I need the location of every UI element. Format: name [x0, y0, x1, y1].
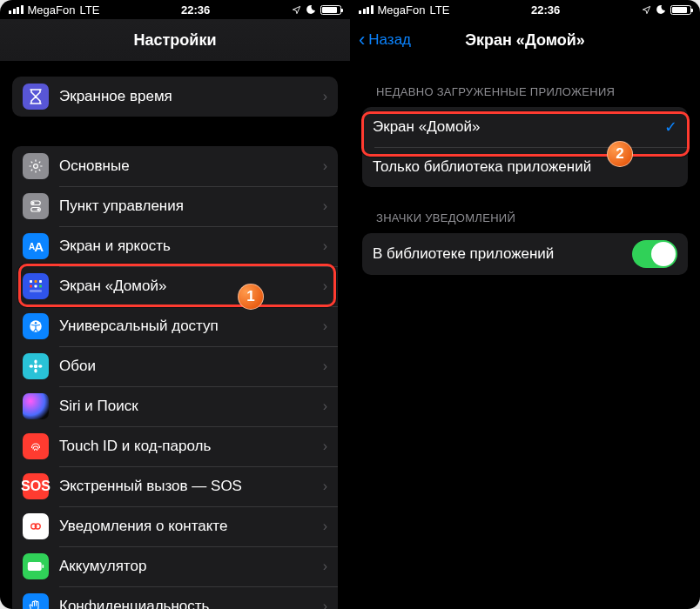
row-label: Экстренный вызов — SOS: [59, 478, 323, 495]
option-app-library-only[interactable]: Только библиотека приложений: [362, 147, 688, 187]
nav-header: Настройки: [0, 19, 350, 61]
home-grid-icon: [23, 273, 49, 299]
signal-icon: [9, 5, 24, 14]
row-siri[interactable]: Siri и Поиск ›: [12, 386, 338, 426]
row-screentime[interactable]: Экранное время ›: [12, 77, 338, 117]
svg-rect-5: [30, 280, 32, 283]
option-home-screen[interactable]: Экран «Домой» ✓: [362, 107, 688, 147]
row-touchid[interactable]: Touch ID и код-пароль ›: [12, 426, 338, 466]
row-label: Экран «Домой»: [373, 118, 664, 136]
text-size-icon: AA: [23, 233, 49, 259]
group-notification-badges: В библиотеке приложений: [362, 233, 688, 275]
chevron-right-icon: ›: [323, 559, 327, 574]
row-label: Универсальный доступ: [59, 318, 323, 335]
row-control-center[interactable]: Пункт управления ›: [12, 186, 338, 226]
svg-rect-10: [39, 285, 42, 288]
row-label: Siri и Поиск: [59, 398, 323, 415]
chevron-right-icon: ›: [323, 318, 327, 334]
status-bar: MegaFon LTE 22:36: [0, 0, 350, 19]
row-exposure[interactable]: Уведомления о контакте ›: [12, 506, 338, 546]
switch-on[interactable]: [632, 240, 677, 268]
location-icon: [292, 5, 301, 15]
section-notification-badges: ЗНАЧКИ УВЕДОМЛЕНИЙ: [376, 211, 686, 224]
row-label: Touch ID и код-пароль: [59, 438, 323, 455]
row-label: Пункт управления: [59, 197, 323, 215]
battery-icon: [670, 5, 691, 15]
status-bar: MegaFon LTE 22:36: [350, 0, 700, 19]
svg-rect-11: [30, 290, 42, 292]
chevron-right-icon: ›: [323, 198, 327, 214]
svg-point-0: [34, 164, 38, 169]
svg-point-16: [34, 369, 37, 373]
row-label: В библиотеке приложений: [373, 245, 632, 263]
svg-point-13: [35, 322, 37, 324]
chevron-right-icon: ›: [323, 158, 327, 174]
siri-icon: [23, 393, 49, 419]
page-title: Настройки: [134, 31, 217, 50]
svg-point-15: [34, 360, 37, 365]
row-accessibility[interactable]: Универсальный доступ ›: [12, 306, 338, 346]
left-screen: MegaFon LTE 22:36 Настройки Экранное вре…: [0, 0, 350, 609]
right-screen: MegaFon LTE 22:36 ‹ Назад Экран «Домой» …: [350, 0, 700, 609]
chevron-right-icon: ›: [323, 519, 327, 534]
row-home-screen[interactable]: Экран «Домой» ›: [12, 266, 338, 306]
back-label: Назад: [368, 31, 411, 49]
sos-icon: SOS: [23, 473, 49, 499]
row-label: Основные: [59, 157, 323, 175]
row-display[interactable]: AA Экран и яркость ›: [12, 226, 338, 266]
signal-icon: [359, 5, 374, 14]
dnd-icon: [656, 4, 666, 15]
check-icon: ✓: [664, 117, 677, 137]
carrier-label: MegaFon: [28, 3, 76, 17]
chevron-right-icon: ›: [323, 278, 327, 294]
svg-point-4: [37, 208, 40, 211]
svg-point-14: [34, 365, 38, 369]
settings-group: Основные › Пункт управления › AA Экран и…: [12, 146, 338, 609]
row-general[interactable]: Основные ›: [12, 146, 338, 186]
chevron-right-icon: ›: [323, 478, 327, 494]
toggle-badges-in-library[interactable]: В библиотеке приложений: [362, 233, 688, 275]
row-label: Экранное время: [59, 88, 323, 105]
chevron-right-icon: ›: [323, 238, 327, 254]
row-label: Экран «Домой»: [59, 278, 323, 295]
row-label: Экран и яркость: [59, 238, 323, 255]
chevron-right-icon: ›: [323, 358, 327, 374]
clock-label: 22:36: [531, 3, 560, 17]
chevron-right-icon: ›: [323, 438, 327, 454]
accessibility-icon: [23, 313, 49, 339]
dnd-icon: [306, 4, 316, 15]
svg-rect-22: [43, 565, 44, 568]
flower-icon: [23, 353, 49, 379]
svg-rect-7: [39, 280, 42, 283]
row-label: Обои: [59, 358, 323, 375]
location-icon: [642, 5, 651, 15]
section-downloaded-apps: НЕДАВНО ЗАГРУЖЕННЫЕ ПРИЛОЖЕНИЯ: [376, 85, 686, 98]
network-label: LTE: [79, 3, 99, 17]
row-sos[interactable]: SOS Экстренный вызов — SOS ›: [12, 466, 338, 506]
sliders-icon: [23, 193, 49, 219]
hand-icon: [23, 593, 49, 609]
row-privacy[interactable]: Конфиденциальность ›: [12, 586, 338, 609]
network-label: LTE: [429, 3, 449, 17]
chevron-right-icon: ›: [323, 599, 327, 609]
page-title: Экран «Домой»: [465, 31, 585, 50]
chevron-right-icon: ›: [323, 398, 327, 414]
row-label: Аккумулятор: [59, 558, 323, 575]
carrier-label: MegaFon: [378, 3, 426, 17]
svg-rect-21: [28, 562, 42, 571]
exposure-icon: [23, 513, 49, 539]
svg-rect-9: [35, 285, 37, 288]
row-wallpaper[interactable]: Обои ›: [12, 346, 338, 386]
battery-icon: [320, 5, 341, 15]
svg-rect-8: [30, 285, 32, 288]
back-button[interactable]: ‹ Назад: [359, 19, 411, 61]
row-label: Конфиденциальность: [59, 598, 323, 609]
battery-full-icon: [23, 553, 49, 579]
row-battery[interactable]: Аккумулятор ›: [12, 546, 338, 586]
nav-header: ‹ Назад Экран «Домой»: [350, 19, 700, 61]
row-label: Только библиотека приложений: [373, 158, 677, 176]
group-downloaded-apps: Экран «Домой» ✓ Только библиотека прилож…: [362, 107, 688, 187]
gear-icon: [23, 153, 49, 179]
clock-label: 22:36: [181, 3, 210, 17]
fingerprint-icon: [23, 433, 49, 459]
